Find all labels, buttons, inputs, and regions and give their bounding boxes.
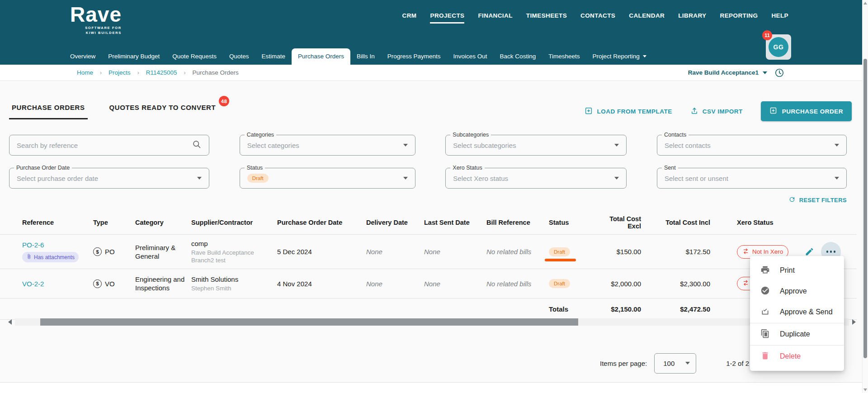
purchase-order-button[interactable]: PURCHASE ORDER xyxy=(761,101,852,121)
project-nav-project-reporting[interactable]: Project Reporting xyxy=(586,48,652,65)
project-nav-back-costing[interactable]: Back Costing xyxy=(494,48,542,65)
load-from-template-button[interactable]: LOAD FROM TEMPLATE xyxy=(585,107,672,116)
search-input[interactable] xyxy=(17,142,192,149)
top-nav-item-help[interactable]: HELP xyxy=(771,12,788,22)
csv-import-button[interactable]: CSV IMPORT xyxy=(690,107,743,116)
has-attachments-chip[interactable]: Has attachments xyxy=(22,252,79,262)
chevron-down-icon xyxy=(614,144,619,147)
col-status: Status xyxy=(549,214,601,231)
breadcrumb-bar: Home › Projects › R11425005 › Purchase O… xyxy=(0,65,868,81)
col-total-excl: Total Cost Excl xyxy=(601,211,646,234)
xero-status-filter[interactable]: Xero Status Select Xero status xyxy=(445,168,627,189)
chevron-down-icon xyxy=(835,177,839,180)
top-nav-item-calendar[interactable]: CALENDAR xyxy=(629,12,665,22)
breadcrumb-projects[interactable]: Projects xyxy=(108,69,131,76)
contacts-filter[interactable]: Contacts Select contacts xyxy=(657,135,847,156)
history-clock-icon[interactable] xyxy=(774,68,784,78)
pagination-range: 1-2 of 2 xyxy=(726,360,749,367)
scroll-up-arrow-icon[interactable] xyxy=(863,2,867,5)
purchase-order-date-filter[interactable]: Purchase Order Date Select purchase orde… xyxy=(9,168,209,189)
tutorial-highlight-underline xyxy=(545,259,576,261)
vertical-scrollbar[interactable] xyxy=(862,0,868,393)
col-type: Type xyxy=(93,214,135,231)
project-nav-quotes[interactable]: Quotes xyxy=(223,48,255,65)
top-nav-item-contacts[interactable]: CONTACTS xyxy=(580,12,615,22)
status-filter[interactable]: Status Draft xyxy=(240,168,415,189)
menu-item-duplicate[interactable]: Duplicate xyxy=(750,324,844,345)
project-nav-estimate[interactable]: Estimate xyxy=(255,48,292,65)
reference-link[interactable]: PO-2-6 xyxy=(22,241,44,249)
top-nav-item-reporting[interactable]: REPORTING xyxy=(720,12,758,22)
po-type-icon: $ xyxy=(93,247,102,256)
reference-link[interactable]: VO-2-2 xyxy=(22,280,44,288)
purchase-orders-table: Reference Type Category Supplier/Contrac… xyxy=(0,211,857,320)
items-per-page-select[interactable]: 100 xyxy=(654,353,696,374)
top-nav-item-timesheets[interactable]: TIMESHEETS xyxy=(526,12,567,22)
vertical-scrollbar-thumb[interactable] xyxy=(863,59,867,358)
supplier-contact: Stephen Smith xyxy=(191,284,273,292)
top-nav-item-crm[interactable]: CRM xyxy=(402,12,417,22)
totals-incl: $2,472.50 xyxy=(646,301,715,317)
project-nav-invoices-out[interactable]: Invoices Out xyxy=(447,48,494,65)
top-nav: CRM PROJECTS FINANCIAL TIMESHEETS CONTAC… xyxy=(402,12,788,24)
scroll-left-arrow-icon[interactable] xyxy=(8,319,12,325)
chevron-down-icon xyxy=(197,177,202,180)
printer-icon xyxy=(760,265,770,276)
status-draft-chip: Draft xyxy=(549,247,570,256)
delivery-date-cell: None xyxy=(366,275,424,293)
breadcrumb-project-id[interactable]: R11425005 xyxy=(146,69,177,76)
status-filter-draft-chip[interactable]: Draft xyxy=(247,174,269,183)
menu-item-approve[interactable]: Approve xyxy=(750,281,844,302)
top-nav-item-projects[interactable]: PROJECTS xyxy=(430,12,464,24)
categories-filter[interactable]: Categories Select categories xyxy=(240,135,415,156)
menu-item-approve-send[interactable]: Approve & Send xyxy=(750,302,844,322)
breadcrumb-separator: › xyxy=(137,70,139,76)
logo-text: Rave xyxy=(70,4,122,25)
top-nav-item-library[interactable]: LIBRARY xyxy=(678,12,706,22)
page-content: PURCHASE ORDERS QUOTES READY TO CONVERT … xyxy=(0,81,868,383)
status-draft-chip: Draft xyxy=(549,279,570,288)
breadcrumb-current: Purchase Orders xyxy=(193,69,239,76)
avatar-initials: GG xyxy=(769,37,788,57)
copy-icon xyxy=(760,329,770,340)
col-xero-status: Xero Status xyxy=(715,214,805,231)
project-nav-bills-in[interactable]: Bills In xyxy=(350,48,381,65)
scroll-down-arrow-icon[interactable] xyxy=(863,388,867,391)
project-nav-overview[interactable]: Overview xyxy=(64,48,102,65)
menu-item-print[interactable]: Print xyxy=(750,260,844,281)
chevron-down-icon xyxy=(643,55,646,57)
project-selector[interactable]: Rave Build Acceptance1 xyxy=(688,69,767,76)
total-excl-cell: $2,000.00 xyxy=(601,275,646,292)
subcategories-filter[interactable]: Subcategories Select subcategories xyxy=(445,135,627,156)
menu-item-delete[interactable]: Delete xyxy=(750,346,844,367)
sent-filter[interactable]: Sent Select sent or unsent xyxy=(657,168,847,189)
col-reference: Reference xyxy=(22,214,93,231)
filters: Categories Select categories Subcategori… xyxy=(9,135,847,189)
last-sent-cell: None xyxy=(424,275,486,293)
reset-filters-button[interactable]: RESET FILTERS xyxy=(788,196,847,204)
project-nav-quote-requests[interactable]: Quote Requests xyxy=(166,48,223,65)
tab-quotes-ready-to-convert[interactable]: QUOTES READY TO CONVERT 48 xyxy=(107,100,219,118)
project-nav-purchase-orders[interactable]: Purchase Orders xyxy=(292,48,350,65)
chevron-down-icon xyxy=(614,177,619,180)
po-date-cell: 5 Dec 2024 xyxy=(277,243,366,260)
horizontal-scrollbar-thumb[interactable] xyxy=(40,318,578,326)
project-nav-preliminary-budget[interactable]: Preliminary Budget xyxy=(102,48,166,65)
breadcrumb-right-group: Rave Build Acceptance1 xyxy=(688,68,784,78)
menu-divider xyxy=(750,345,844,346)
edit-pencil-icon[interactable] xyxy=(805,247,814,256)
row-context-menu: Print Approve Approve & Send Duplicate xyxy=(750,256,844,371)
top-nav-item-financial[interactable]: FINANCIAL xyxy=(478,12,512,22)
user-avatar[interactable]: 11 GG xyxy=(766,34,791,60)
breadcrumb-home[interactable]: Home xyxy=(77,69,93,76)
project-nav-timesheets[interactable]: Timesheets xyxy=(542,48,586,65)
scroll-right-arrow-icon[interactable] xyxy=(852,319,856,325)
col-actions xyxy=(805,218,854,227)
rave-logo[interactable]: Rave SOFTWARE FOR KIWI BUILDERS xyxy=(70,4,122,35)
project-nav: Overview Preliminary Budget Quote Reques… xyxy=(64,48,653,65)
horizontal-scrollbar-track[interactable] xyxy=(15,318,849,326)
app-root: Rave SOFTWARE FOR KIWI BUILDERS CRM PROJ… xyxy=(0,0,868,393)
project-nav-progress-payments[interactable]: Progress Payments xyxy=(381,48,447,65)
table-row: PO-2-6 Has attachments $ PO Preliminary … xyxy=(0,235,857,269)
tab-purchase-orders[interactable]: PURCHASE ORDERS xyxy=(9,100,88,119)
